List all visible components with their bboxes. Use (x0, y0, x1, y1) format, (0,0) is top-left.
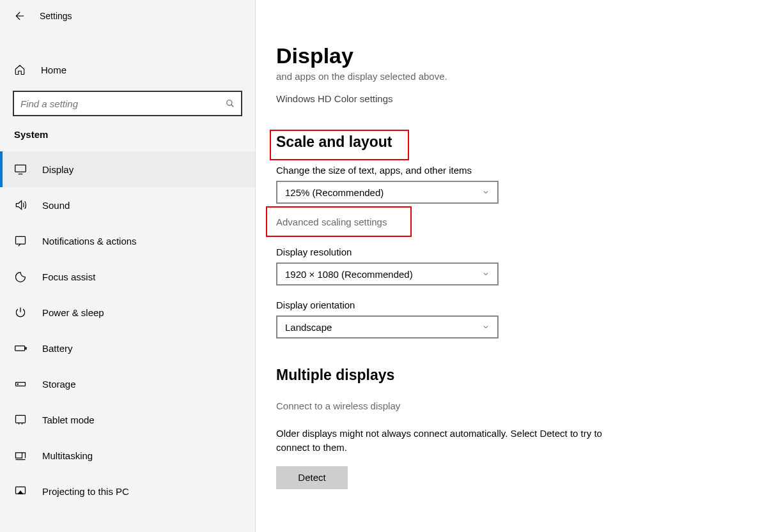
sound-icon (14, 199, 27, 211)
resolution-label: Display resolution (276, 247, 741, 257)
project-icon (14, 485, 27, 498)
home-nav[interactable]: Home (0, 55, 255, 84)
advanced-scaling-link[interactable]: Advanced scaling settings (276, 217, 387, 227)
tablet-icon (14, 413, 27, 426)
scale-value: 125% (Recommended) (285, 187, 384, 198)
svg-rect-1 (15, 165, 26, 172)
orientation-dropdown[interactable]: Landscape (276, 315, 499, 338)
app-title: Settings (40, 11, 72, 21)
nav-label: Tablet mode (42, 414, 95, 425)
multitask-icon (14, 449, 27, 462)
detect-button[interactable]: Detect (276, 466, 348, 489)
category-title: System (0, 116, 255, 146)
nav-label: Projecting to this PC (42, 486, 129, 497)
back-button[interactable] (13, 10, 24, 22)
scale-dropdown[interactable]: 125% (Recommended) (276, 181, 499, 204)
power-icon (14, 306, 27, 319)
resolution-dropdown[interactable]: 1920 × 1080 (Recommended) (276, 262, 499, 285)
nav-label: Power & sleep (42, 307, 104, 318)
detect-description: Older displays might not always connect … (276, 427, 634, 455)
sidebar-item-battery[interactable]: Battery (0, 330, 255, 366)
battery-icon (14, 342, 27, 354)
main-content: Display and apps on the display selected… (256, 0, 760, 532)
page-title: Display (276, 43, 741, 68)
svg-point-0 (227, 100, 232, 105)
hd-color-link[interactable]: Windows HD Color settings (276, 93, 741, 104)
nav-label: Focus assist (42, 271, 95, 282)
search-icon (226, 99, 235, 108)
home-label: Home (41, 65, 66, 75)
sidebar-item-focus-assist[interactable]: Focus assist (0, 259, 255, 294)
nav-list: Display Sound Notifications & actions Fo… (0, 151, 255, 509)
svg-rect-8 (16, 453, 22, 458)
chevron-down-icon (482, 323, 490, 331)
svg-rect-3 (15, 346, 25, 351)
search-input[interactable] (20, 98, 226, 109)
svg-rect-7 (16, 415, 26, 423)
wireless-display-link[interactable]: Connect to a wireless display (276, 400, 741, 411)
sidebar-item-display[interactable]: Display (0, 151, 255, 187)
scale-layout-heading: Scale and layout (276, 133, 392, 151)
sidebar-item-notifications[interactable]: Notifications & actions (0, 223, 255, 259)
chevron-down-icon (482, 188, 490, 196)
nav-label: Display (42, 164, 74, 175)
nav-label: Battery (42, 343, 73, 354)
svg-point-6 (17, 384, 18, 384)
search-box[interactable] (13, 91, 242, 116)
nav-label: Sound (42, 200, 70, 211)
chevron-down-icon (482, 270, 490, 278)
sidebar-item-storage[interactable]: Storage (0, 366, 255, 402)
nav-label: Multitasking (42, 450, 93, 461)
sidebar: Settings Home System Display Sound (0, 0, 256, 532)
sidebar-item-power-sleep[interactable]: Power & sleep (0, 294, 255, 330)
svg-rect-4 (26, 347, 27, 349)
sidebar-item-projecting[interactable]: Projecting to this PC (0, 473, 255, 509)
display-icon (14, 163, 27, 176)
sidebar-item-tablet-mode[interactable]: Tablet mode (0, 402, 255, 437)
nav-label: Notifications & actions (42, 236, 137, 247)
nav-label: Storage (42, 379, 76, 390)
notifications-icon (14, 234, 27, 247)
svg-rect-2 (16, 236, 26, 244)
multiple-displays-heading: Multiple displays (276, 367, 741, 384)
orientation-label: Display orientation (276, 300, 741, 310)
sidebar-item-sound[interactable]: Sound (0, 187, 255, 223)
sidebar-item-multitasking[interactable]: Multitasking (0, 437, 255, 473)
home-icon (14, 64, 27, 75)
focus-icon (14, 270, 27, 283)
storage-icon (14, 377, 27, 390)
search-wrap (0, 91, 255, 116)
cropped-description: and apps on the display selected above. (276, 71, 741, 82)
resolution-value: 1920 × 1080 (Recommended) (285, 269, 413, 280)
scale-label: Change the size of text, apps, and other… (276, 165, 741, 176)
window-header: Settings (0, 6, 255, 29)
orientation-value: Landscape (285, 322, 332, 333)
